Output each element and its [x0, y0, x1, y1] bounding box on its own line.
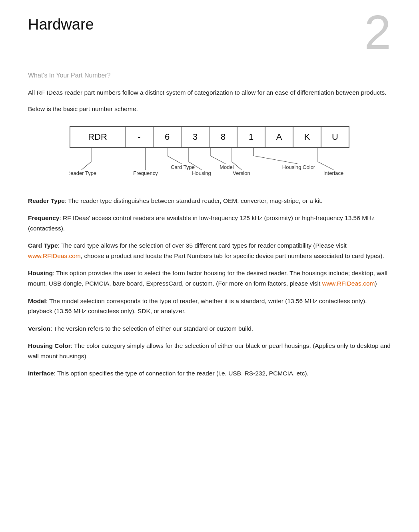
diagram-svg: Reader Type Frequency Card Type Housing …: [70, 148, 349, 184]
desc-housing-color: Housing Color: The color category simply…: [28, 341, 391, 361]
svg-text:Frequency: Frequency: [133, 170, 158, 176]
housing-link[interactable]: www.RFIDeas.com: [322, 280, 375, 287]
pn-cell-a: A: [265, 127, 293, 147]
desc-card-type: Card Type: The card type allows for the …: [28, 240, 391, 261]
desc-housing-text2: ): [375, 280, 377, 287]
svg-text:Reader Type: Reader Type: [70, 170, 96, 176]
label-card-type: Card Type: [28, 242, 58, 249]
pn-cell-u: U: [321, 127, 349, 147]
page-title: Hardware: [28, 16, 94, 33]
svg-line-1: [82, 162, 91, 170]
desc-housing: Housing: This option provides the user t…: [28, 268, 391, 288]
pn-cell-dash: -: [126, 127, 154, 147]
pn-cell-1: 1: [237, 127, 265, 147]
desc-reader-type-text: : The reader type distinguishes between …: [65, 197, 323, 204]
svg-text:Interface: Interface: [323, 170, 344, 176]
descriptions-section: Reader Type: The reader type distinguish…: [28, 196, 391, 379]
label-model: Model: [28, 298, 46, 304]
desc-model-text: : The model selection corresponds to the…: [28, 298, 367, 315]
svg-text:Version: Version: [233, 170, 250, 176]
desc-interface: Interface: This option specifies the typ…: [28, 368, 391, 379]
svg-text:Model: Model: [219, 164, 234, 170]
label-interface: Interface: [28, 370, 54, 377]
svg-line-19: [253, 156, 297, 164]
part-number-boxes: RDR - 6 3 8 1 A K U: [70, 126, 349, 148]
pn-cell-rdr: RDR: [70, 127, 126, 147]
label-version: Version: [28, 325, 50, 332]
card-type-link[interactable]: www.RFIDeas.com: [28, 252, 81, 259]
section-subtitle: What's In Your Part Number?: [28, 72, 391, 79]
svg-line-7: [167, 156, 182, 164]
pn-cell-6: 6: [154, 127, 182, 147]
desc-housing-color-text: : The color category simply allows for t…: [28, 342, 391, 359]
desc-interface-text: : This option specifies the type of conn…: [54, 370, 309, 377]
desc-card-type-text1: : The card type allows for the selection…: [58, 242, 347, 249]
desc-frequency-text: : RF IDeas' access control readers are a…: [28, 214, 375, 232]
svg-text:Housing Color: Housing Color: [282, 164, 315, 170]
desc-model: Model: The model selection corresponds t…: [28, 296, 391, 316]
label-frequency: Frequency: [28, 214, 59, 221]
page-number: 2: [364, 8, 391, 56]
desc-reader-type: Reader Type: The reader type distinguish…: [28, 196, 391, 206]
desc-frequency: Frequency: RF IDeas' access control read…: [28, 213, 391, 233]
pn-cell-8: 8: [210, 127, 237, 147]
label-reader-type: Reader Type: [28, 197, 65, 204]
svg-line-22: [318, 162, 333, 170]
svg-text:Housing: Housing: [192, 170, 211, 176]
label-housing: Housing: [28, 270, 53, 276]
intro-paragraph-1: All RF IDeas reader part numbers follow …: [28, 88, 391, 98]
desc-version-text: : The version refers to the selection of…: [50, 325, 253, 332]
intro-paragraph-2: Below is the basic part number scheme.: [28, 104, 391, 114]
label-housing-color: Housing Color: [28, 342, 71, 349]
pn-cell-k: K: [293, 127, 321, 147]
part-number-diagram: RDR - 6 3 8 1 A K U Reader Type Frequenc…: [70, 126, 349, 184]
svg-line-13: [210, 156, 225, 164]
svg-text:Card Type: Card Type: [171, 164, 195, 170]
desc-version: Version: The version refers to the selec…: [28, 324, 391, 334]
pn-cell-3: 3: [182, 127, 210, 147]
desc-card-type-text2: , choose a product and locate the Part N…: [81, 252, 384, 259]
page-header: Hardware 2: [28, 16, 391, 56]
